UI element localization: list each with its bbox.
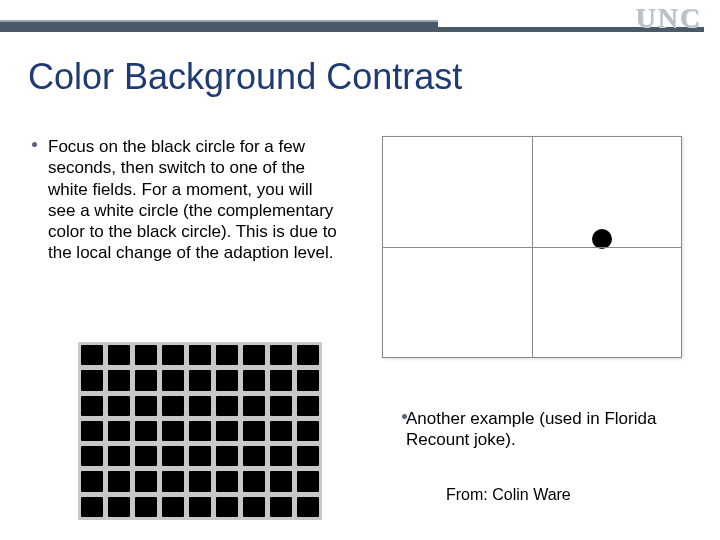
grid-square [270,446,292,466]
afterimage-figure [382,136,682,358]
grid-square [297,446,319,466]
grid-square [81,471,103,491]
grid-square [270,497,292,517]
grid-square [162,370,184,390]
grid-square [243,396,265,416]
grid-square [270,421,292,441]
grid-square [297,421,319,441]
grid-square [189,471,211,491]
header-stripe-thick [0,22,438,32]
grid-square [297,396,319,416]
grid-square [135,370,157,390]
grid-square [243,345,265,365]
grid-square [108,345,130,365]
grid-square [270,471,292,491]
grid-square [81,345,103,365]
bullet-dot-icon [32,142,37,147]
grid-square [81,446,103,466]
grid-square [81,421,103,441]
grid-square [162,497,184,517]
grid-square [108,446,130,466]
bullet-right-text: Another example (used in Florida Recount… [406,408,694,451]
grid-square [216,345,238,365]
grid-square [189,497,211,517]
grid-square [135,497,157,517]
grid-square [297,497,319,517]
grid-square [189,370,211,390]
grid-square [270,396,292,416]
grid-square [243,471,265,491]
bullet-item-right: Another example (used in Florida Recount… [406,408,694,451]
grid-square [243,446,265,466]
grid-square [243,497,265,517]
grid-square [243,370,265,390]
grid-square [216,421,238,441]
grid-square [162,421,184,441]
grid-square [135,396,157,416]
black-circle-icon [592,229,612,249]
grid-square [216,446,238,466]
slide-title: Color Background Contrast [28,56,462,98]
attribution-text: From: Colin Ware [446,486,571,504]
grid-square [297,370,319,390]
grid-square [135,421,157,441]
grid-square [162,446,184,466]
grid-square [216,497,238,517]
grid-square [189,396,211,416]
hermann-grid-figure [78,342,322,520]
bullet-item-left: Focus on the black circle for a few seco… [48,136,338,264]
grid-square [108,396,130,416]
grid-square [108,421,130,441]
grid-square [189,345,211,365]
grid-square [189,421,211,441]
grid-square [297,345,319,365]
grid-square [162,396,184,416]
brand-logo: UNC [635,2,702,34]
grid-square [189,446,211,466]
header-decoration: UNC [0,0,720,34]
grid-square [135,446,157,466]
grid-square [162,345,184,365]
grid-square [108,471,130,491]
grid-square [162,471,184,491]
grid-square [135,345,157,365]
grid-square [81,497,103,517]
grid-square [270,345,292,365]
grid-square [81,370,103,390]
grid-square [297,471,319,491]
grid-square [270,370,292,390]
grid-square [108,497,130,517]
grid-square [108,370,130,390]
grid-square [216,370,238,390]
grid-square [81,396,103,416]
bullet-dot-icon [402,414,407,419]
grid-square [216,396,238,416]
bullet-left-text: Focus on the black circle for a few seco… [48,136,338,264]
grid-square [243,421,265,441]
grid-square [216,471,238,491]
grid-square [135,471,157,491]
